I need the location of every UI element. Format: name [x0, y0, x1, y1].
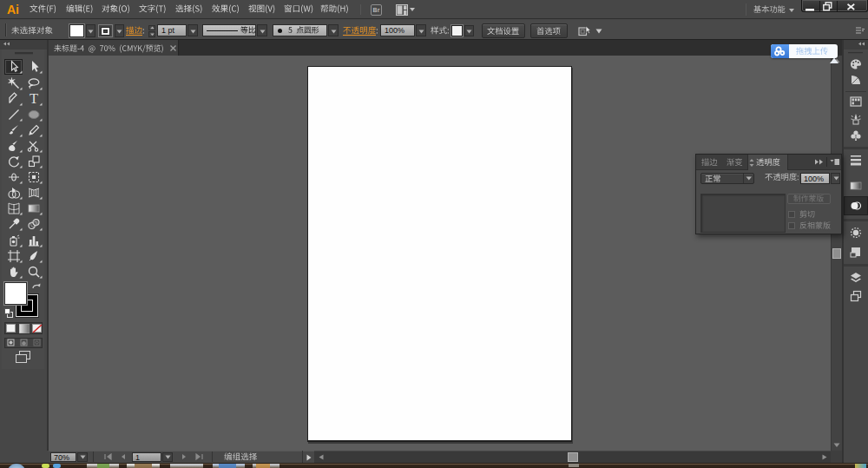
svg-text:T: T [29, 92, 37, 106]
